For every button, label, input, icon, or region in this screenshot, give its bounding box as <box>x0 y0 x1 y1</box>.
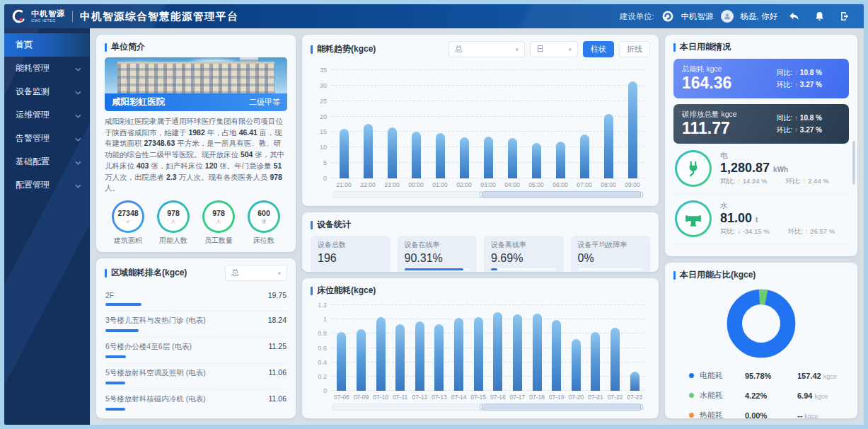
bar-07-17[interactable] <box>513 314 522 391</box>
bar-cell <box>500 70 524 178</box>
bar-01:00[interactable] <box>436 133 445 178</box>
bar-07-10[interactable] <box>376 317 386 391</box>
panel-scrollbar[interactable] <box>852 141 855 185</box>
bar-07-12[interactable] <box>415 321 424 391</box>
sidebar-item-设备监测[interactable]: 设备监测 <box>4 80 90 103</box>
bar-cell <box>371 305 390 391</box>
device-card-bar-fill <box>405 268 464 270</box>
y-axis-tick: 15 <box>320 128 327 135</box>
ranking-row[interactable]: 2F19.75 <box>105 287 287 311</box>
bar-07-09[interactable] <box>357 329 366 391</box>
bar-07-19[interactable] <box>552 320 561 391</box>
plug-icon <box>677 152 710 185</box>
datazoom-selection[interactable] <box>481 191 642 198</box>
trend-type-select[interactable]: 总 ▾ <box>449 41 525 57</box>
device-card-label: 设备总数 <box>318 240 383 250</box>
building <box>117 62 274 94</box>
y-axis-tick: 0.4 <box>318 359 327 366</box>
bar-cell <box>508 305 528 391</box>
bar-07-20[interactable] <box>572 339 581 391</box>
bar-07-11[interactable] <box>395 324 405 391</box>
legend-row-电能耗[interactable]: 电能耗95.78%157.42kgce <box>689 370 843 381</box>
bar-22:00[interactable] <box>364 124 373 178</box>
bar-07-23[interactable] <box>630 372 640 391</box>
avatar[interactable] <box>721 10 734 23</box>
today-card-value: 111.77 <box>682 120 737 137</box>
today-usage-panel: 本日用能情况 总能耗 kgce164.36同比: ↑ 10.8 %环比: ↑ 3… <box>665 35 857 256</box>
bar-03:00[interactable] <box>484 137 493 178</box>
bar-07-08[interactable] <box>337 332 346 391</box>
datazoom-slider[interactable] <box>332 404 643 411</box>
x-axis-tick: 07-14 <box>449 394 469 401</box>
bar-05:00[interactable] <box>532 143 541 178</box>
ranking-row[interactable]: 3号楼儿五科与发热门诊 (电表)18.24 <box>105 311 287 338</box>
bar-08:00[interactable] <box>604 114 613 178</box>
legend-percent: 95.78% <box>745 372 797 380</box>
line-mode-button[interactable]: 折线 <box>619 41 650 57</box>
yoy-metric: 同比: ↑ 10.8 % <box>777 112 822 124</box>
bar-07:00[interactable] <box>580 135 589 178</box>
y-axis-tick: 0.6 <box>318 345 327 352</box>
datazoom-handle[interactable] <box>640 192 643 198</box>
legend-value: 6.94kgce <box>797 391 828 400</box>
bar-07-16[interactable] <box>493 312 502 391</box>
hospital-description: 咸阳彩虹医院隶属于通用环球医疗集团有限公司项目位于陕西省咸阳市，始建于 1982… <box>105 116 287 194</box>
bar-06:00[interactable] <box>556 142 565 178</box>
sidebar-item-基础配置[interactable]: 基础配置 <box>4 150 90 173</box>
datazoom-slider[interactable] <box>332 191 643 198</box>
chart-plot: 00.20.40.60.811.2 <box>332 305 644 391</box>
sidebar-item-label: 基础配置 <box>16 156 50 168</box>
title-accent-bar <box>311 45 313 54</box>
bar-09:00[interactable] <box>628 81 637 178</box>
bar-21:00[interactable] <box>340 129 349 178</box>
x-axis-tick: 07-11 <box>390 394 410 401</box>
mom-metric: 环比: ↑ 3.27 % <box>777 124 822 136</box>
unit-profile-panel: 单位简介 咸阳彩虹医院 二级甲等 咸阳彩虹医院隶属于通用环球医疗集团有限 <box>96 35 296 252</box>
bar-23:00[interactable] <box>388 127 397 178</box>
bar-07-22[interactable] <box>611 328 620 391</box>
sidebar-item-运维管理[interactable]: 运维管理 <box>4 103 90 127</box>
ranking-row[interactable]: 5号楼放射科空调及照明 (电表)11.06 <box>105 364 287 390</box>
ranking-name: 2F <box>105 291 114 299</box>
bar-cell <box>429 305 449 391</box>
bar-07-14[interactable] <box>454 318 463 391</box>
hospital-photo: 咸阳彩虹医院 二级甲等 <box>105 57 287 111</box>
datazoom-handle[interactable] <box>640 404 643 410</box>
bar-07-13[interactable] <box>434 324 444 391</box>
chevron-down-icon <box>75 181 81 190</box>
logout-icon[interactable] <box>835 9 854 23</box>
y-axis-tick: 10 <box>320 144 327 151</box>
device-card-bar-track <box>578 268 644 270</box>
datazoom-handle[interactable] <box>480 404 482 410</box>
sidebar-item-告警管理[interactable]: 告警管理 <box>4 127 90 150</box>
sidebar-item-配置管理[interactable]: 配置管理 <box>4 173 90 197</box>
bar-04:00[interactable] <box>508 138 517 178</box>
ranking-bar <box>105 408 125 411</box>
device-stats-panel: 设备统计 设备总数196设备在线率90.31%设备离线率9.69%设备平均故障率… <box>302 212 659 272</box>
x-axis-labels: 07-0807-0907-1007-1107-1207-1307-1407-15… <box>332 394 644 401</box>
bar-07-15[interactable] <box>474 317 483 391</box>
bar-02:00[interactable] <box>460 137 469 178</box>
stat-circle-床位数: 600张床位数 <box>242 200 286 246</box>
bar-07-18[interactable] <box>533 314 542 391</box>
bar-cell <box>524 70 548 178</box>
sidebar-item-首页[interactable]: 首页 <box>4 33 90 57</box>
x-axis-tick: 07-21 <box>586 394 606 401</box>
back-icon[interactable] <box>785 9 803 23</box>
sidebar-item-能耗管理[interactable]: 能耗管理 <box>4 57 90 80</box>
bar-cell <box>352 305 371 391</box>
bell-icon[interactable] <box>810 9 828 23</box>
trend-period-select[interactable]: 日 ▾ <box>530 41 578 57</box>
bar-07-21[interactable] <box>591 332 600 391</box>
bar-cell <box>449 305 469 391</box>
ranking-row[interactable]: 5号楼放射科核磁内冷机 (电表)11.06 <box>105 390 287 412</box>
ranking-type-select[interactable]: 总 ▾ <box>225 265 287 281</box>
datazoom-selection[interactable] <box>481 404 642 411</box>
legend-row-水能耗[interactable]: 水能耗4.22%6.94kgce <box>689 390 843 401</box>
datazoom-handle[interactable] <box>480 192 482 198</box>
ranking-row[interactable]: 6号楼办公楼4至6层 (电表)11.25 <box>105 338 287 364</box>
bar-mode-button[interactable]: 柱状 <box>583 41 614 57</box>
legend-row-热能耗[interactable]: 热能耗0.00%--kgce <box>689 410 843 418</box>
meter-unit: t <box>756 216 758 224</box>
bar-00:00[interactable] <box>412 132 421 178</box>
